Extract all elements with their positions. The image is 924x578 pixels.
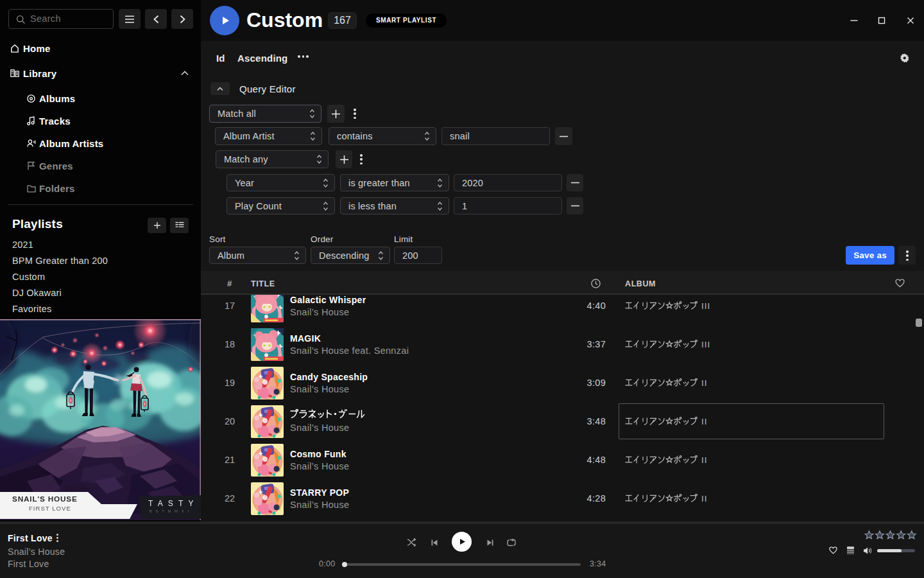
svg-text:FIRST LOVE: FIRST LOVE [29, 505, 71, 512]
svg-text:SNAIL'S HOUSE: SNAIL'S HOUSE [12, 495, 78, 504]
svg-text:TASTY: TASTY [148, 499, 199, 508]
svg-text:BSTMMXI: BSTMMXI [150, 509, 193, 513]
